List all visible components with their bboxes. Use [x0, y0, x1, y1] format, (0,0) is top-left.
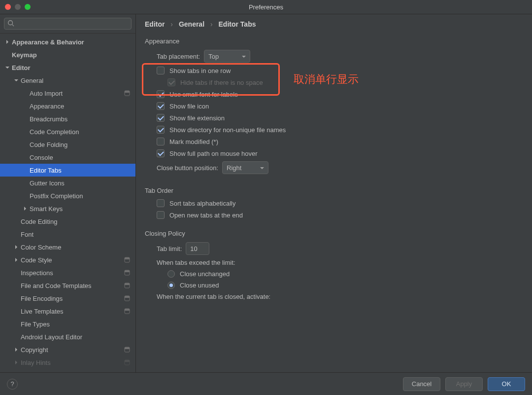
hide-tabs-no-space-label: Hide tabs if there is no space: [180, 79, 263, 86]
close-btn-pos-select[interactable]: Right: [222, 161, 268, 174]
show-file-ext-checkbox[interactable]: [157, 114, 165, 122]
sidebar-item-breadcrumbs[interactable]: Breadcrumbs: [0, 112, 135, 125]
sidebar-item-general[interactable]: General: [0, 74, 135, 87]
sidebar-item-android-layout-editor[interactable]: Android Layout Editor: [0, 330, 135, 343]
sidebar-item-label: Appearance: [30, 103, 131, 110]
chevron-right-icon[interactable]: [13, 360, 20, 364]
chevron-right-icon[interactable]: [13, 245, 20, 249]
chevron-right-icon[interactable]: [13, 258, 20, 262]
window-close-button[interactable]: [5, 4, 11, 10]
svg-line-1: [12, 24, 14, 26]
sidebar-item-console[interactable]: Console: [0, 151, 135, 164]
sidebar-item-color-scheme[interactable]: Color Scheme: [0, 241, 135, 253]
chevron-down-icon[interactable]: [13, 78, 20, 82]
sidebar-item-appearance[interactable]: Appearance: [0, 100, 135, 112]
sidebar-item-code-completion[interactable]: Code Completion: [0, 125, 135, 138]
sidebar-item-label: Live Templates: [21, 308, 124, 315]
show-tabs-one-row-checkbox[interactable]: [157, 67, 165, 74]
svg-rect-11: [125, 296, 130, 298]
show-tabs-one-row-label: Show tabs in one row: [169, 67, 231, 74]
sidebar-item-label: Inspections: [21, 269, 124, 277]
sidebar-item-keymap[interactable]: Keymap: [0, 48, 135, 61]
search-box[interactable]: [4, 18, 132, 30]
sidebar-item-label: File and Code Templates: [21, 282, 124, 289]
sidebar-item-label: File Encodings: [21, 295, 124, 302]
project-scope-icon: [124, 308, 131, 315]
content-pane: Editor › General › Editor Tabs Appearanc…: [136, 14, 532, 372]
sidebar-item-file-types[interactable]: File Types: [0, 318, 135, 330]
show-dir-nonunique-checkbox[interactable]: [157, 126, 165, 134]
window-maximize-button[interactable]: [25, 4, 31, 10]
tab-placement-value: Top: [208, 53, 219, 60]
project-scope-icon: [124, 256, 131, 263]
sidebar-item-label: Code Completion: [30, 128, 131, 136]
apply-button[interactable]: Apply: [445, 377, 483, 391]
sidebar-item-copyright[interactable]: Copyright: [0, 343, 135, 356]
sidebar-item-auto-import[interactable]: Auto Import: [0, 87, 135, 100]
close-unused-radio[interactable]: [167, 282, 175, 289]
sidebar-item-smart-keys[interactable]: Smart Keys: [0, 202, 135, 215]
footer: ? Cancel Apply OK: [0, 372, 532, 395]
chevron-right-icon[interactable]: [13, 348, 20, 352]
breadcrumb-general[interactable]: General: [179, 20, 204, 28]
svg-rect-15: [125, 347, 130, 349]
breadcrumb-editor-tabs: Editor Tabs: [219, 20, 256, 28]
cancel-button[interactable]: Cancel: [403, 377, 440, 391]
sidebar-item-appearance-behavior[interactable]: Appearance & Behavior: [0, 36, 135, 48]
svg-rect-3: [125, 91, 130, 93]
sidebar-item-label: Keymap: [12, 51, 131, 59]
help-button[interactable]: ?: [7, 379, 18, 390]
sidebar-item-file-encodings[interactable]: File Encodings: [0, 292, 135, 305]
settings-tree[interactable]: Appearance & BehaviorKeymapEditorGeneral…: [0, 34, 135, 372]
chevron-down-icon[interactable]: [4, 66, 11, 70]
close-unchanged-label: Close unchanged: [180, 270, 230, 278]
use-small-font-checkbox[interactable]: [157, 90, 165, 98]
sidebar-item-label: General: [21, 77, 131, 84]
section-closing-policy: Closing Policy: [145, 230, 523, 237]
search-input[interactable]: [16, 20, 128, 27]
use-small-font-label: Use small font for labels: [169, 91, 238, 98]
sidebar-item-label: Editor: [12, 64, 131, 72]
tab-limit-input[interactable]: [186, 242, 209, 255]
open-at-end-checkbox[interactable]: [157, 211, 165, 219]
mark-modified-checkbox[interactable]: [157, 138, 165, 145]
annotation-text: 取消单行显示: [294, 72, 359, 87]
tab-placement-select[interactable]: Top: [204, 50, 250, 63]
sidebar-item-label: Breadcrumbs: [30, 115, 131, 123]
sort-alpha-checkbox[interactable]: [157, 199, 165, 207]
tab-limit-label: Tab limit:: [157, 245, 182, 252]
sidebar-item-label: Appearance & Behavior: [12, 38, 131, 46]
show-file-icon-label: Show file icon: [169, 103, 209, 110]
show-full-path-checkbox[interactable]: [157, 149, 165, 157]
sidebar-item-inlay-hints[interactable]: Inlay Hints: [0, 356, 135, 369]
sidebar-item-postfix-completion[interactable]: Postfix Completion: [0, 189, 135, 202]
sidebar-item-inspections[interactable]: Inspections: [0, 266, 135, 279]
sidebar-item-live-templates[interactable]: Live Templates: [0, 305, 135, 318]
breadcrumb-sep: ›: [206, 20, 217, 28]
chevron-right-icon[interactable]: [22, 207, 29, 211]
svg-rect-13: [125, 309, 130, 311]
chevron-right-icon[interactable]: [4, 40, 11, 44]
sidebar-item-font[interactable]: Font: [0, 228, 135, 241]
breadcrumb-editor[interactable]: Editor: [145, 20, 165, 28]
close-unchanged-radio[interactable]: [167, 270, 175, 278]
sidebar-item-gutter-icons[interactable]: Gutter Icons: [0, 177, 135, 189]
sidebar-item-label: Editor Tabs: [30, 167, 131, 174]
sidebar-item-code-style[interactable]: Code Style: [0, 253, 135, 266]
show-dir-nonunique-label: Show directory for non-unique file names: [169, 126, 286, 134]
sidebar-item-editor-tabs[interactable]: Editor Tabs: [0, 164, 135, 177]
svg-rect-9: [125, 283, 130, 285]
search-icon: [7, 20, 14, 28]
ok-button[interactable]: OK: [488, 377, 525, 391]
sidebar-item-code-editing[interactable]: Code Editing: [0, 215, 135, 228]
sidebar-item-file-and-code-templates[interactable]: File and Code Templates: [0, 279, 135, 292]
chevron-down-icon: [235, 53, 246, 60]
chevron-down-icon: [253, 164, 264, 172]
sidebar-item-editor[interactable]: Editor: [0, 61, 135, 74]
sidebar-item-label: Copyright: [21, 346, 124, 354]
window-minimize-button[interactable]: [15, 4, 21, 10]
sidebar-item-code-folding[interactable]: Code Folding: [0, 138, 135, 151]
exceed-label: When tabs exceed the limit:: [157, 259, 235, 266]
show-file-icon-checkbox[interactable]: [157, 102, 165, 110]
mark-modified-label: Mark modified (*): [169, 138, 218, 145]
